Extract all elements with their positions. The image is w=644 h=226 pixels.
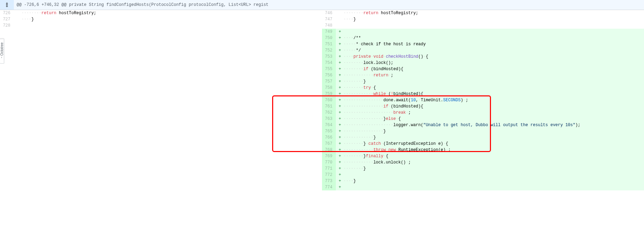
line-content: +················done.await(10,·TimeUnit… xyxy=(336,97,644,103)
line-content: +·····*/ xyxy=(336,47,644,54)
line-content: +········} xyxy=(336,166,644,172)
line-number[interactable]: 773 xyxy=(322,178,336,184)
diff-row[interactable]: 760+················done.await(10,·TimeU… xyxy=(322,97,644,103)
line-number[interactable]: 728 xyxy=(0,22,14,29)
diff-right-side: 746········return hostToRegistry;747····… xyxy=(322,10,644,190)
diff-row[interactable]: 773+····} xyxy=(322,178,644,184)
diff-row[interactable]: 726········return hostToRegistry; xyxy=(0,10,322,16)
line-number[interactable]: 727 xyxy=(0,16,14,22)
line-number[interactable]: 746 xyxy=(322,10,336,16)
line-content: +················if·(bindHosted){ xyxy=(336,103,644,110)
diff-row[interactable]: 765+················} xyxy=(322,128,644,134)
diff-row[interactable]: 771+········} xyxy=(322,166,644,172)
diff-row[interactable]: 752+·····*/ xyxy=(322,47,644,54)
line-content: +················} xyxy=(336,128,644,134)
line-number[interactable]: 750 xyxy=(322,35,336,41)
line-number[interactable]: 766 xyxy=(322,134,336,141)
diff-row[interactable]: 770+············lock.unlock()·; xyxy=(322,159,644,166)
diff-row[interactable]: 748 xyxy=(322,22,644,29)
line-number[interactable]: 761 xyxy=(322,103,336,110)
line-content: + xyxy=(336,29,644,35)
line-number[interactable]: 764 xyxy=(322,122,336,128)
diff-split-view: 726········return hostToRegistry;727····… xyxy=(0,10,644,190)
line-number[interactable]: 769 xyxy=(322,153,336,159)
line-content: ········return hostToRegistry; xyxy=(14,10,322,16)
line-number[interactable]: 760 xyxy=(322,97,336,103)
line-content: +············lock.unlock()·; xyxy=(336,159,644,166)
diff-row[interactable]: 746········return hostToRegistry; xyxy=(322,10,644,16)
line-number[interactable]: 753 xyxy=(322,54,336,60)
line-number[interactable]: 755 xyxy=(322,66,336,72)
line-number[interactable]: 759 xyxy=(322,91,336,97)
unfold-icon xyxy=(5,2,9,7)
line-content: +····} xyxy=(336,178,644,184)
line-number[interactable]: 757 xyxy=(322,78,336,85)
line-number[interactable]: 758 xyxy=(322,85,336,91)
diff-row[interactable]: 749+ xyxy=(322,29,644,35)
diff-row[interactable]: 747····} xyxy=(322,16,644,22)
line-content: +········lock.lock(); xyxy=(336,60,644,66)
diff-row[interactable]: 769+········}finally·{ xyxy=(322,153,644,159)
diff-row[interactable]: 756+············return·; xyxy=(322,72,644,78)
diff-row[interactable]: 762+····················break·; xyxy=(322,110,644,116)
expand-hunk-button[interactable] xyxy=(0,0,14,10)
line-content: + xyxy=(336,172,644,178)
line-number[interactable]: 763 xyxy=(322,116,336,122)
octotree-toggle-tab[interactable]: › Octotree xyxy=(0,39,4,64)
diff-row[interactable]: 728 xyxy=(0,22,322,29)
line-number[interactable]: 774 xyxy=(322,184,336,190)
line-number[interactable]: 756 xyxy=(322,72,336,78)
diff-row[interactable]: 767+········}·catch·(InterruptedExceptio… xyxy=(322,141,644,147)
diff-row[interactable]: 763+················}else·{ xyxy=(322,116,644,122)
diff-row[interactable]: 768+············throw·new·RuntimeExcepti… xyxy=(322,147,644,153)
diff-row[interactable]: 759+············while·(!bindHosted){ xyxy=(322,91,644,97)
line-content: +····/** xyxy=(336,35,644,41)
diff-row[interactable]: 753+····private·void·checkHostBind()·{ xyxy=(322,54,644,60)
line-number[interactable]: 762 xyxy=(322,110,336,116)
octotree-label: Octotree xyxy=(0,43,4,56)
line-content: +····private·void·checkHostBind()·{ xyxy=(336,54,644,60)
line-number[interactable]: 770 xyxy=(322,159,336,166)
line-number[interactable]: 748 xyxy=(322,22,336,29)
line-content xyxy=(336,22,644,29)
diff-row[interactable]: 774+ xyxy=(322,184,644,190)
line-content: ········return hostToRegistry; xyxy=(336,10,644,16)
line-content: +·····*·check·if·the·host·is·ready xyxy=(336,41,644,47)
line-content: ····} xyxy=(14,16,322,22)
line-content xyxy=(14,22,322,29)
line-content: +············throw·new·RuntimeException(… xyxy=(336,147,644,153)
line-number[interactable]: 772 xyxy=(322,172,336,178)
line-content: + xyxy=(336,184,644,190)
diff-row[interactable]: 761+················if·(bindHosted){ xyxy=(322,103,644,110)
hunk-header-row: @@ -726,6 +746,32 @@ private String find… xyxy=(0,0,644,10)
diff-row[interactable]: 755+········if·(bindHosted){ xyxy=(322,66,644,72)
line-number[interactable]: 767 xyxy=(322,141,336,147)
line-content: ····} xyxy=(336,16,644,22)
chevron-right-icon: › xyxy=(1,56,2,59)
diff-row[interactable]: 764+····················logger.warn("Una… xyxy=(322,122,644,128)
line-number[interactable]: 747 xyxy=(322,16,336,22)
diff-row[interactable]: 766+············} xyxy=(322,134,644,141)
diff-row[interactable]: 757+········} xyxy=(322,78,644,85)
diff-row[interactable]: 751+·····*·check·if·the·host·is·ready xyxy=(322,41,644,47)
line-content: +········}finally·{ xyxy=(336,153,644,159)
line-content: +····················logger.warn("Unable… xyxy=(336,122,644,128)
line-number[interactable]: 754 xyxy=(322,60,336,66)
line-content: +····················break·; xyxy=(336,110,644,116)
line-number[interactable]: 768 xyxy=(322,147,336,153)
line-number[interactable]: 752 xyxy=(322,47,336,54)
diff-row[interactable]: 754+········lock.lock(); xyxy=(322,60,644,66)
diff-row[interactable]: 772+ xyxy=(322,172,644,178)
line-content: +················}else·{ xyxy=(336,116,644,122)
line-number[interactable]: 749 xyxy=(322,29,336,35)
line-number[interactable]: 771 xyxy=(322,166,336,172)
line-number[interactable]: 726 xyxy=(0,10,14,16)
diff-left-side: 726········return hostToRegistry;727····… xyxy=(0,10,322,190)
line-content: +········} xyxy=(336,78,644,85)
line-content: +············while·(!bindHosted){ xyxy=(336,91,644,97)
diff-row[interactable]: 727····} xyxy=(0,16,322,22)
diff-row[interactable]: 758+········try·{ xyxy=(322,85,644,91)
diff-row[interactable]: 750+····/** xyxy=(322,35,644,41)
line-number[interactable]: 751 xyxy=(322,41,336,47)
line-number[interactable]: 765 xyxy=(322,128,336,134)
